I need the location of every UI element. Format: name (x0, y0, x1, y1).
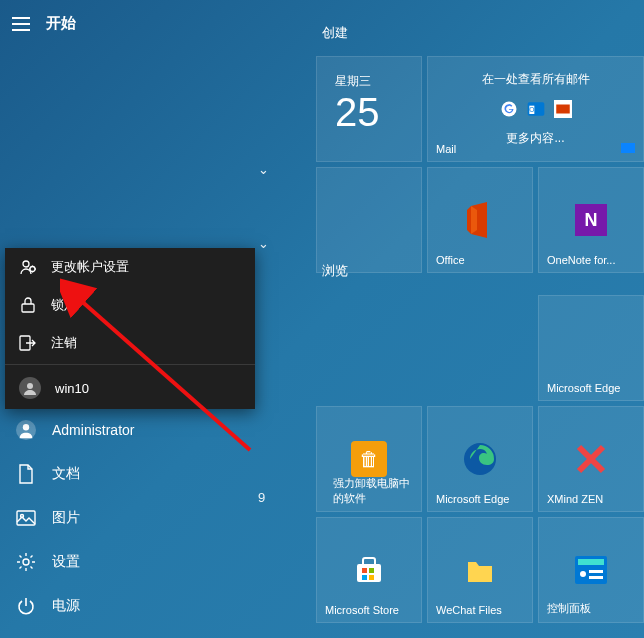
document-icon (16, 464, 36, 484)
svg-rect-5 (556, 105, 570, 114)
chevron-down-icon[interactable]: ⌄ (258, 162, 269, 177)
mail-more: 更多内容... (506, 130, 564, 147)
tile-label: Microsoft Edge (436, 493, 509, 505)
calendar-day: 星期三 (335, 73, 421, 90)
control-panel-icon (575, 556, 607, 584)
account-settings-icon (19, 258, 37, 276)
sidebar-settings[interactable]: 设置 (0, 540, 250, 584)
sidebar-documents[interactable]: 文档 (0, 452, 250, 496)
svg-point-15 (580, 571, 586, 577)
picture-icon (16, 508, 36, 528)
sidebar-power[interactable]: 电源 (0, 584, 250, 628)
tile-label: Office (436, 254, 465, 266)
badge: 9 (258, 490, 265, 505)
tile-wechat[interactable]: WeChat Files (427, 517, 533, 623)
menu-user[interactable]: win10 (5, 367, 255, 409)
tile-xmind[interactable]: XMind ZEN (538, 406, 644, 512)
xmind-icon (575, 443, 607, 475)
menu-change-account[interactable]: 更改帐户设置 (5, 248, 255, 286)
chevron-down-icon[interactable]: ⌄ (258, 236, 269, 251)
svg-rect-9 (362, 568, 367, 573)
tile-control-panel[interactable]: 控制面板 (538, 517, 644, 623)
menu-user-label: win10 (55, 381, 89, 396)
uninstall-icon: 🗑 (351, 441, 387, 477)
svg-point-19 (30, 267, 35, 272)
svg-rect-10 (369, 568, 374, 573)
svg-rect-14 (578, 559, 604, 565)
sidebar-label: 设置 (52, 553, 80, 571)
svg-text:O: O (529, 106, 534, 113)
tile-store[interactable]: Microsoft Store (316, 517, 422, 623)
menu-sign-out[interactable]: 注销 (5, 324, 255, 362)
store-icon (353, 554, 385, 586)
tile-mail[interactable]: 在一处查看所有邮件 O 更多内容... Mail (427, 56, 644, 162)
tile-label: 控制面板 (547, 601, 591, 616)
svg-point-27 (23, 559, 29, 565)
power-icon (16, 596, 36, 616)
tile-label: 强力卸载电脑中的软件 (325, 476, 421, 505)
tile-label: OneNote for... (547, 254, 615, 266)
svg-rect-25 (17, 511, 35, 525)
avatar-icon (19, 377, 41, 399)
office-icon (463, 200, 497, 240)
menu-label: 注销 (51, 334, 77, 352)
svg-point-18 (23, 261, 29, 267)
gear-icon (16, 552, 36, 572)
tile-label: Microsoft Edge (547, 382, 620, 394)
mail-provider-icons: O (500, 100, 572, 118)
tile-label: WeChat Files (436, 604, 502, 616)
tile-label: Mail (436, 143, 456, 155)
tile-office[interactable]: Office (427, 167, 533, 273)
hamburger-menu[interactable] (12, 17, 30, 31)
sidebar-pictures[interactable]: 图片 (0, 496, 250, 540)
start-title: 开始 (46, 14, 76, 33)
svg-rect-12 (369, 575, 374, 580)
svg-rect-16 (589, 570, 603, 573)
svg-point-22 (27, 383, 33, 389)
menu-divider (5, 364, 255, 365)
sidebar-admin[interactable]: Administrator (0, 408, 250, 452)
lock-icon (19, 296, 37, 314)
svg-rect-20 (22, 304, 34, 312)
edge-icon (462, 441, 498, 477)
menu-label: 更改帐户设置 (51, 258, 129, 276)
folder-icon (466, 554, 494, 586)
onenote-icon: N (575, 204, 607, 236)
menu-lock[interactable]: 锁定 (5, 286, 255, 324)
menu-label: 锁定 (51, 296, 77, 314)
user-context-menu: 更改帐户设置 锁定 注销 win10 (5, 248, 255, 409)
sidebar-label: Administrator (52, 422, 134, 438)
sidebar-label: 图片 (52, 509, 80, 527)
sidebar-label: 文档 (52, 465, 80, 483)
section-create: 创建 (322, 24, 348, 42)
tile-edge2[interactable]: Microsoft Edge (427, 406, 533, 512)
tile-uninstall[interactable]: 🗑 强力卸载电脑中的软件 (316, 406, 422, 512)
mail-icon (621, 143, 635, 153)
start-sidebar: Administrator 文档 图片 设置 电源 (0, 408, 250, 628)
sign-out-icon (19, 334, 37, 352)
tile-label: XMind ZEN (547, 493, 603, 505)
sidebar-label: 电源 (52, 597, 80, 615)
tile-edge[interactable]: Microsoft Edge (538, 295, 644, 401)
svg-rect-11 (362, 575, 367, 580)
tile-label: Microsoft Store (325, 604, 399, 616)
tile-onenote[interactable]: N OneNote for... (538, 167, 644, 273)
svg-rect-17 (589, 576, 603, 579)
calendar-date: 25 (335, 92, 421, 132)
svg-point-24 (23, 424, 29, 430)
mail-header: 在一处查看所有邮件 (482, 71, 590, 88)
tile-empty[interactable] (316, 167, 422, 273)
user-icon (16, 420, 36, 440)
tile-calendar[interactable]: 星期三 25 (316, 56, 422, 162)
